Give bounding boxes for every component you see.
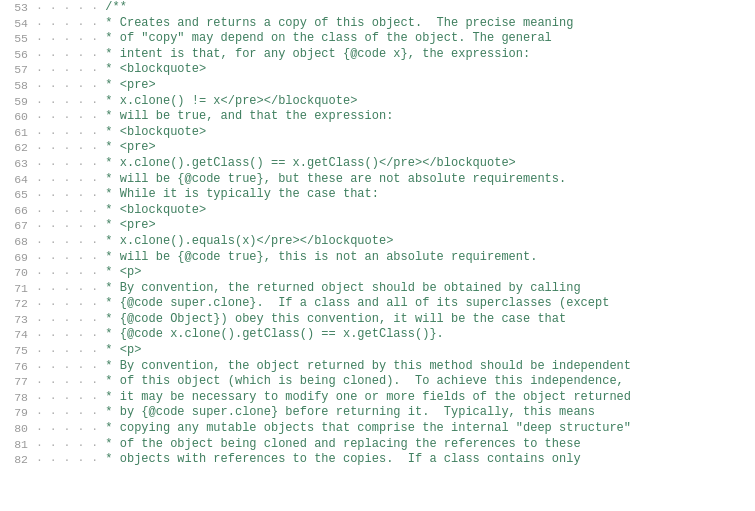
code-line: * of the object being cloned and replaci… [98,437,755,453]
code-line: * By convention, the returned object sho… [98,281,755,297]
code-token: * x.clone().equals(x)</pre></blockquote> [98,234,393,250]
code-token: * intent is that, for any object {@code … [98,47,530,63]
gutter-cell: · · · · · [32,390,98,406]
code-token: * {@code super.clone}. If a class and al… [98,296,609,312]
code-token: * <p> [98,265,141,281]
code-line: * it may be necessary to modify one or m… [98,390,755,406]
code-token: * will be {@code true}, this is not an a… [98,250,537,266]
code-token: * will be true, and that the expression: [98,109,393,125]
code-token: * <blockquote> [98,203,206,219]
code-line: * {@code Object}) obey this convention, … [98,312,755,328]
code-token: * By convention, the returned object sho… [98,281,580,297]
gutter-cell: · · · · · [32,327,98,343]
code-token: * x.clone().getClass() == x.getClass()</… [98,156,516,172]
code-line: * by {@code super.clone} before returnin… [98,405,755,421]
gutter-cell: · · · · · [32,78,98,94]
code-line: * <blockquote> [98,203,755,219]
code-line: * By convention, the object returned by … [98,359,755,375]
code-line: * will be {@code true}, this is not an a… [98,250,755,266]
gutter-cell: · · · · · [32,421,98,437]
gutter-cell: · · · · · [32,187,98,203]
gutter-cell: · · · · · [32,156,98,172]
line-number: 62 [0,140,32,156]
code-token: * objects with references to the copies.… [98,452,580,468]
code-line: * will be true, and that the expression: [98,109,755,125]
line-number: 60 [0,109,32,125]
code-token: * While it is typically the case that: [98,187,379,203]
gutter-dots: · · · · · · · · · · · · · · · · · · · · … [32,0,98,511]
code-line: * {@code x.clone().getClass() == x.getCl… [98,327,755,343]
code-token: * <pre> [98,218,156,234]
line-number: 54 [0,16,32,32]
gutter-cell: · · · · · [32,359,98,375]
code-line: * <p> [98,343,755,359]
gutter-cell: · · · · · [32,0,98,16]
code-token: * of "copy" may depend on the class of t… [98,31,552,47]
code-line: * <blockquote> [98,125,755,141]
code-token: * it may be necessary to modify one or m… [98,390,631,406]
code-token: * <pre> [98,140,156,156]
code-line: * will be {@code true}, but these are no… [98,172,755,188]
line-number: 79 [0,405,32,421]
gutter-cell: · · · · · [32,405,98,421]
line-number: 78 [0,390,32,406]
code-token: * by {@code super.clone} before returnin… [98,405,595,421]
code-token: * {@code Object}) obey this convention, … [98,312,566,328]
code-token: * <blockquote> [98,125,206,141]
gutter-cell: · · · · · [32,265,98,281]
code-token: * of this object (which is being cloned)… [98,374,624,390]
line-number: 82 [0,452,32,468]
line-number: 58 [0,78,32,94]
code-line: * {@code super.clone}. If a class and al… [98,296,755,312]
line-numbers: 5354555657585960616263646566676869707172… [0,0,32,511]
code-token: * of the object being cloned and replaci… [98,437,580,453]
code-token: * will be {@code true}, but these are no… [98,172,566,188]
code-line: * <blockquote> [98,62,755,78]
gutter-cell: · · · · · [32,203,98,219]
line-number: 70 [0,265,32,281]
line-number: 80 [0,421,32,437]
gutter-cell: · · · · · [32,140,98,156]
gutter-cell: · · · · · [32,172,98,188]
line-number: 65 [0,187,32,203]
line-number: 67 [0,218,32,234]
line-number: 73 [0,312,32,328]
line-number: 81 [0,437,32,453]
line-number: 56 [0,47,32,63]
code-token: * By convention, the object returned by … [98,359,631,375]
line-number: 77 [0,374,32,390]
gutter-cell: · · · · · [32,312,98,328]
line-number: 71 [0,281,32,297]
code-line: /** [98,0,755,16]
code-line: * x.clone() != x</pre></blockquote> [98,94,755,110]
gutter-cell: · · · · · [32,452,98,468]
code-line: * While it is typically the case that: [98,187,755,203]
code-token: /** [98,0,127,16]
code-line: * <pre> [98,140,755,156]
code-editor: 5354555657585960616263646566676869707172… [0,0,755,511]
code-line: * <p> [98,265,755,281]
code-line: * <pre> [98,78,755,94]
line-number: 66 [0,203,32,219]
gutter-cell: · · · · · [32,125,98,141]
line-number: 68 [0,234,32,250]
gutter-cell: · · · · · [32,31,98,47]
line-number: 74 [0,327,32,343]
line-number: 72 [0,296,32,312]
code-token: * {@code x.clone().getClass() == x.getCl… [98,327,444,343]
line-number: 75 [0,343,32,359]
gutter-cell: · · · · · [32,250,98,266]
code-line: * of this object (which is being cloned)… [98,374,755,390]
line-number: 61 [0,125,32,141]
gutter-cell: · · · · · [32,47,98,63]
code-line: * x.clone().getClass() == x.getClass()</… [98,156,755,172]
code-content: /** * Creates and returns a copy of this… [98,0,755,511]
line-number: 55 [0,31,32,47]
line-number: 57 [0,62,32,78]
gutter-cell: · · · · · [32,16,98,32]
code-line: * of "copy" may depend on the class of t… [98,31,755,47]
gutter-cell: · · · · · [32,281,98,297]
code-line: * objects with references to the copies.… [98,452,755,468]
line-number: 59 [0,94,32,110]
code-line: * copying any mutable objects that compr… [98,421,755,437]
